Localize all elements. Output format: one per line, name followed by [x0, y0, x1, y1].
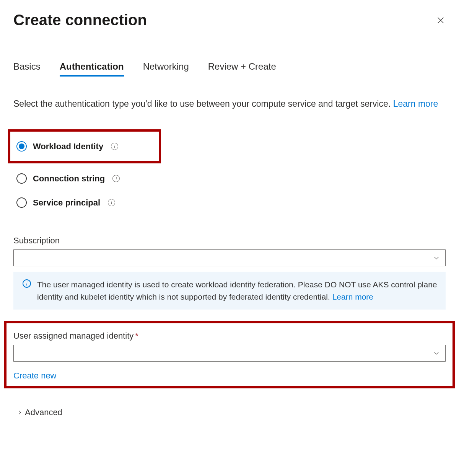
radio-workload-identity[interactable]: Workload Identity i	[8, 129, 161, 163]
radio-label: Connection string	[33, 174, 105, 184]
info-icon[interactable]: i	[112, 175, 120, 182]
user-identity-section: User assigned managed identity* Create n…	[4, 321, 455, 388]
chevron-down-icon	[433, 350, 440, 357]
advanced-toggle[interactable]: Advanced	[17, 408, 446, 417]
radio-input[interactable]	[16, 173, 27, 184]
info-icon[interactable]: i	[108, 199, 115, 206]
info-learn-more-link[interactable]: Learn more	[332, 292, 373, 301]
info-box-message: The user managed identity is used to cre…	[37, 280, 437, 301]
info-icon[interactable]: i	[111, 143, 118, 150]
radio-label: Service principal	[33, 198, 100, 208]
info-box: i The user managed identity is used to c…	[13, 272, 446, 310]
close-icon	[436, 16, 445, 24]
tab-authentication[interactable]: Authentication	[60, 61, 124, 77]
tab-basics[interactable]: Basics	[13, 61, 41, 77]
auth-type-radio-group: Workload Identity i Connection string i …	[13, 129, 446, 215]
create-new-link[interactable]: Create new	[13, 371, 57, 381]
subscription-dropdown[interactable]	[13, 249, 446, 266]
user-identity-label: User assigned managed identity*	[13, 331, 446, 341]
description: Select the authentication type you'd lik…	[13, 98, 446, 110]
info-box-icon-wrapper: i	[21, 279, 31, 303]
info-box-text: The user managed identity is used to cre…	[37, 279, 438, 303]
info-icon: i	[23, 279, 31, 288]
advanced-label: Advanced	[25, 408, 62, 417]
radio-input[interactable]	[16, 141, 27, 152]
chevron-down-icon	[433, 254, 440, 261]
header: Create connection	[13, 11, 446, 29]
radio-service-principal[interactable]: Service principal i	[13, 191, 446, 215]
user-identity-label-text: User assigned managed identity	[13, 331, 133, 341]
description-text: Select the authentication type you'd lik…	[13, 99, 393, 109]
subscription-field: Subscription	[13, 236, 446, 266]
close-button[interactable]	[436, 15, 446, 25]
radio-label: Workload Identity	[33, 142, 103, 152]
learn-more-link[interactable]: Learn more	[393, 99, 438, 109]
user-identity-field: User assigned managed identity*	[13, 331, 446, 362]
tabs: Basics Authentication Networking Review …	[13, 61, 446, 77]
subscription-label: Subscription	[13, 236, 446, 246]
page-title: Create connection	[13, 11, 147, 29]
tab-review-create[interactable]: Review + Create	[208, 61, 276, 77]
required-indicator: *	[135, 331, 138, 341]
radio-input[interactable]	[16, 197, 27, 208]
radio-connection-string[interactable]: Connection string i	[13, 166, 446, 191]
user-identity-dropdown[interactable]	[13, 345, 446, 362]
chevron-right-icon	[17, 410, 23, 415]
tab-networking[interactable]: Networking	[143, 61, 189, 77]
